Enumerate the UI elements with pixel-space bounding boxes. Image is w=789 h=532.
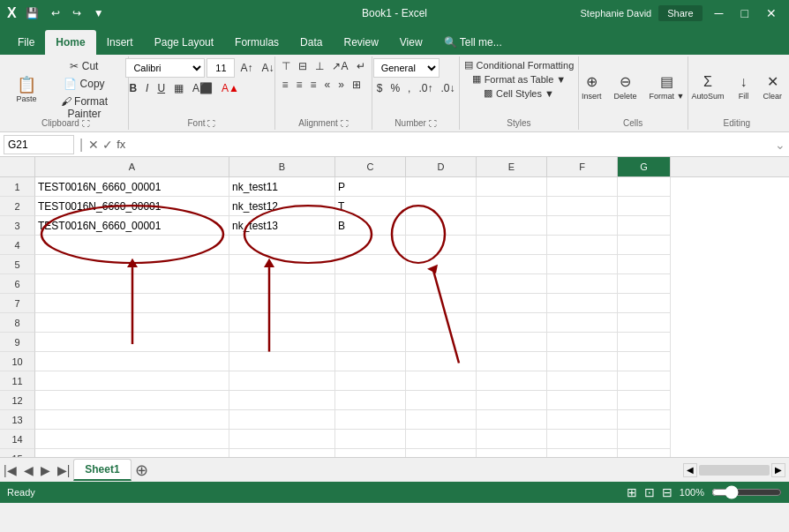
tab-view[interactable]: View bbox=[389, 30, 433, 55]
tab-file[interactable]: File bbox=[7, 30, 45, 55]
orientation-button[interactable]: ↗A bbox=[328, 58, 351, 74]
cell-g8[interactable] bbox=[618, 313, 671, 333]
align-top-button[interactable]: ⊤ bbox=[278, 58, 294, 74]
cell-d12[interactable] bbox=[406, 391, 477, 410]
cell-g4[interactable] bbox=[618, 236, 671, 255]
row-header-4[interactable]: 4 bbox=[0, 236, 35, 255]
cell-b1[interactable]: nk_test11 bbox=[229, 177, 335, 197]
maximize-button[interactable]: □ bbox=[736, 4, 754, 22]
cell-c7[interactable] bbox=[335, 294, 406, 313]
tab-tell-me[interactable]: 🔍 Tell me... bbox=[433, 30, 513, 55]
align-left-button[interactable]: ≡ bbox=[278, 77, 291, 93]
cell-d10[interactable] bbox=[406, 352, 477, 371]
increase-font-button[interactable]: A↑ bbox=[237, 60, 256, 76]
cell-e4[interactable] bbox=[477, 236, 547, 255]
row-header-1[interactable]: 1 bbox=[0, 177, 35, 197]
undo-qat-button[interactable]: ↩ bbox=[48, 5, 64, 21]
cell-d8[interactable] bbox=[406, 313, 477, 333]
font-size-input[interactable] bbox=[207, 58, 235, 78]
sheet-nav-prev[interactable]: ◀ bbox=[20, 461, 37, 479]
cell-c12[interactable] bbox=[335, 391, 406, 410]
cell-g5[interactable] bbox=[618, 255, 671, 274]
cell-a12[interactable] bbox=[35, 391, 229, 410]
row-header-5[interactable]: 5 bbox=[0, 255, 35, 274]
col-header-e[interactable]: E bbox=[477, 157, 547, 176]
col-header-f[interactable]: F bbox=[547, 157, 618, 176]
cell-b11[interactable] bbox=[229, 371, 335, 391]
cell-d15[interactable] bbox=[406, 449, 477, 457]
cell-f1[interactable] bbox=[547, 177, 618, 197]
tab-formulas[interactable]: Formulas bbox=[224, 30, 289, 55]
font-name-select[interactable]: Calibri bbox=[125, 58, 205, 78]
increase-indent-button[interactable]: » bbox=[334, 77, 348, 93]
qat-more-button[interactable]: ▼ bbox=[90, 5, 108, 21]
cell-g14[interactable] bbox=[618, 430, 671, 449]
tab-page-layout[interactable]: Page Layout bbox=[144, 30, 224, 55]
formula-input[interactable] bbox=[129, 139, 771, 151]
sheet-nav-first[interactable]: |◀ bbox=[0, 461, 20, 479]
row-header-15[interactable]: 15 bbox=[0, 449, 35, 457]
wrap-text-button[interactable]: ↵ bbox=[353, 58, 369, 74]
cell-e12[interactable] bbox=[477, 391, 547, 410]
cell-b9[interactable] bbox=[229, 333, 335, 352]
number-format-select[interactable]: General bbox=[373, 58, 440, 78]
col-header-g[interactable]: G bbox=[618, 157, 671, 176]
row-header-11[interactable]: 11 bbox=[0, 371, 35, 391]
cell-g3[interactable] bbox=[618, 216, 671, 236]
cell-b8[interactable] bbox=[229, 313, 335, 333]
cell-f7[interactable] bbox=[547, 294, 618, 313]
format-button[interactable]: ▤ Format ▼ bbox=[645, 71, 688, 102]
cell-f10[interactable] bbox=[547, 352, 618, 371]
increase-decimal-button[interactable]: .0↑ bbox=[415, 80, 436, 96]
cell-b13[interactable] bbox=[229, 410, 335, 430]
cell-f3[interactable] bbox=[547, 216, 618, 236]
cell-e15[interactable] bbox=[477, 449, 547, 457]
cell-g12[interactable] bbox=[618, 391, 671, 410]
align-bottom-button[interactable]: ⊥ bbox=[312, 58, 327, 74]
cell-c2[interactable]: T bbox=[335, 197, 406, 216]
cell-b5[interactable] bbox=[229, 255, 335, 274]
cell-g7[interactable] bbox=[618, 294, 671, 313]
cell-b14[interactable] bbox=[229, 430, 335, 449]
add-sheet-button[interactable]: ⊕ bbox=[132, 461, 152, 480]
minimize-button[interactable]: ─ bbox=[710, 4, 729, 22]
cell-a7[interactable] bbox=[35, 294, 229, 313]
cell-f11[interactable] bbox=[547, 371, 618, 391]
cell-e1[interactable] bbox=[477, 177, 547, 197]
cell-e3[interactable] bbox=[477, 216, 547, 236]
font-color-button[interactable]: A▲ bbox=[218, 80, 243, 96]
decrease-decimal-button[interactable]: .0↓ bbox=[437, 80, 458, 96]
autosum-button[interactable]: Σ AutoSum bbox=[688, 72, 728, 102]
scroll-left-button[interactable]: ◀ bbox=[683, 463, 697, 477]
row-header-3[interactable]: 3 bbox=[0, 216, 35, 236]
paste-button[interactable]: 📋 Paste bbox=[9, 75, 44, 105]
cell-e5[interactable] bbox=[477, 255, 547, 274]
bold-button[interactable]: B bbox=[125, 80, 140, 96]
cell-d11[interactable] bbox=[406, 371, 477, 391]
cell-f14[interactable] bbox=[547, 430, 618, 449]
col-header-a[interactable]: A bbox=[35, 157, 229, 176]
row-header-10[interactable]: 10 bbox=[0, 352, 35, 371]
cell-e13[interactable] bbox=[477, 410, 547, 430]
cell-a2[interactable]: TEST0016N_6660_00001 bbox=[35, 197, 229, 216]
format-as-table-button[interactable]: ▦ Format as Table ▼ bbox=[467, 72, 572, 86]
fill-color-button[interactable]: A⬛ bbox=[189, 80, 216, 96]
h-scrollbar[interactable] bbox=[699, 465, 770, 476]
normal-view-button[interactable]: ⊞ bbox=[627, 485, 637, 499]
cell-b6[interactable] bbox=[229, 274, 335, 294]
tab-data[interactable]: Data bbox=[289, 30, 333, 55]
copy-button[interactable]: 📄 Copy bbox=[46, 76, 123, 92]
cell-f4[interactable] bbox=[547, 236, 618, 255]
cell-a4[interactable] bbox=[35, 236, 229, 255]
col-header-d[interactable]: D bbox=[406, 157, 477, 176]
cell-f9[interactable] bbox=[547, 333, 618, 352]
redo-qat-button[interactable]: ↪ bbox=[69, 5, 85, 21]
cell-d2[interactable] bbox=[406, 197, 477, 216]
cell-a8[interactable] bbox=[35, 313, 229, 333]
cell-d3[interactable] bbox=[406, 216, 477, 236]
row-header-13[interactable]: 13 bbox=[0, 410, 35, 430]
italic-button[interactable]: I bbox=[142, 80, 152, 96]
cell-c1[interactable]: P bbox=[335, 177, 406, 197]
cell-g6[interactable] bbox=[618, 274, 671, 294]
cell-c4[interactable] bbox=[335, 236, 406, 255]
